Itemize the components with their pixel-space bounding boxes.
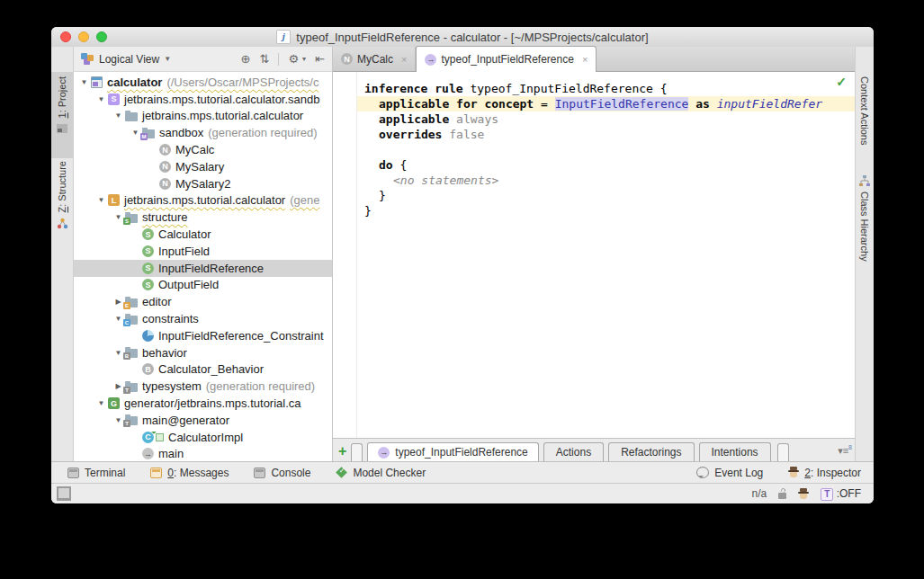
toolbar-button-terminal[interactable]: Terminal — [67, 467, 125, 479]
editor-tab-label: typeof_InputFieldReference — [441, 53, 573, 66]
left-tool-stripe: 1: Project Z: Structure — [51, 47, 74, 461]
tree-item[interactable]: ▼Ggenerator/jetbrains.mps.tutorial.ca — [74, 395, 332, 412]
aspect-tab-active[interactable]: → typeof_InputFieldReference — [367, 442, 538, 461]
tree-item[interactable]: NMyCalc — [74, 141, 332, 158]
expanded-arrow-icon[interactable]: ▼ — [94, 196, 108, 204]
tree-item-label: MySalary2 — [175, 177, 230, 191]
editor-tab-mycalc[interactable]: N MyCalc × — [333, 47, 416, 71]
aspect-tab-intentions[interactable]: Intentions — [699, 442, 771, 461]
tree-item[interactable]: InputFieldReference_Constraint — [74, 327, 332, 344]
tool-window-toggle-icon[interactable] — [57, 486, 71, 501]
code-area[interactable]: inference rule typeof_InputFieldReferenc… — [333, 72, 855, 218]
constraint-node-icon — [142, 330, 154, 342]
chevron-down-icon[interactable]: ▼ — [164, 55, 171, 63]
gear-icon[interactable]: ⚙ — [288, 52, 299, 66]
expanded-arrow-icon[interactable]: ▼ — [77, 78, 91, 86]
event-log-icon — [696, 467, 709, 478]
tree-item[interactable]: CCalculatorImpl — [74, 429, 332, 446]
editor-tab-typeof-inputfieldreference[interactable]: → typeof_InputFieldReference × — [416, 46, 597, 72]
structure-tool-icon — [57, 218, 68, 229]
view-selector[interactable]: Logical View — [99, 53, 159, 66]
code-token: overrides — [379, 128, 449, 141]
main-arrow-icon: → — [142, 448, 154, 459]
titlebar[interactable]: j typeof_InputFieldReference - calculato… — [51, 27, 874, 48]
tree-item[interactable]: ▼Sstructure — [74, 209, 332, 226]
tree-item[interactable]: →main — [74, 446, 332, 461]
tool-tab-class-hierarchy[interactable]: Class Hierarchy — [856, 171, 874, 266]
code-line[interactable]: do { — [357, 157, 855, 173]
code-token: false — [449, 128, 484, 141]
tool-tab-context-actions-label: Context Actions — [859, 76, 870, 145]
tree-item[interactable]: SCalculator — [74, 226, 332, 243]
hide-panel-icon[interactable]: ⇤ — [315, 52, 325, 66]
aspect-tab-actions[interactable]: Actions — [543, 442, 604, 461]
code-line[interactable]: applicable for concept = InputFieldRefer… — [357, 96, 855, 111]
traffic-lights — [60, 31, 107, 42]
code-line[interactable]: overrides false — [357, 127, 855, 142]
collapse-all-icon[interactable]: ⇅ — [260, 52, 270, 66]
zoom-button[interactable] — [96, 31, 107, 42]
toolbar-button-messages[interactable]: 0: Messages — [150, 467, 229, 479]
code-line[interactable]: <no statements> — [357, 173, 855, 188]
model-typesystem-icon: T — [125, 416, 138, 425]
tree-item[interactable]: NMySalary — [74, 158, 332, 175]
code-token: = — [541, 97, 555, 111]
tree-item[interactable]: ▼calculator(/Users/Oscar/MPSProjects/c — [74, 74, 332, 91]
tree-item[interactable]: ▶Eeditor — [74, 293, 332, 310]
window-title-group: j typeof_InputFieldReference - calculato… — [276, 30, 648, 44]
code-line[interactable]: applicable always — [357, 111, 855, 127]
tree-item[interactable]: ▼Msandbox(generation required) — [74, 124, 332, 141]
toolbar-button-event-log[interactable]: Event Log — [696, 467, 763, 479]
tool-tab-project[interactable]: 1: Project — [51, 72, 73, 158]
tree-item[interactable]: ▼Sjetbrains.mps.tutorial.calculator.sand… — [74, 91, 332, 108]
editor-pane[interactable]: inference rule typeof_InputFieldReferenc… — [333, 72, 855, 438]
close-icon[interactable]: × — [401, 54, 407, 65]
aspect-tab-refactorings[interactable]: Refactorings — [608, 442, 694, 461]
tab-list-icon[interactable]: ▾≡8 — [838, 444, 852, 457]
tree-item[interactable]: NMySalary2 — [74, 175, 332, 192]
tree-item[interactable]: ▼Bbehavior — [74, 344, 332, 361]
typesystem-toggle[interactable]: T :OFF — [821, 487, 861, 501]
status-bar: n/a T :OFF — [51, 483, 874, 503]
tree-item[interactable]: ▼Tmain@generator — [74, 412, 332, 429]
locate-icon[interactable]: ⊕ — [241, 52, 251, 66]
code-line[interactable] — [357, 142, 855, 157]
concept-icon: S — [142, 245, 154, 257]
add-aspect-button[interactable]: + — [338, 444, 346, 459]
tree-item[interactable]: SOutputField — [74, 277, 332, 294]
expanded-arrow-icon[interactable]: ▼ — [94, 399, 108, 407]
folder-icon — [125, 112, 138, 121]
code-line[interactable]: } — [357, 188, 855, 203]
tree-item-label: InputFieldReference — [158, 262, 264, 275]
generator-icon: G — [108, 397, 120, 409]
hector-icon[interactable] — [798, 488, 809, 500]
node-icon: N — [159, 144, 171, 156]
code-token: } — [364, 204, 372, 218]
code-line[interactable]: inference rule typeof_InputFieldReferenc… — [357, 81, 855, 96]
toolbar-button-label: 2: Inspector — [804, 467, 861, 479]
tree-item-label: jetbrains.mps.tutorial.calculator — [124, 193, 285, 207]
tree-item-label: OutputField — [158, 278, 219, 291]
toolbar-button-console[interactable]: Console — [254, 467, 310, 479]
tool-tab-structure[interactable]: Z: Structure — [51, 156, 73, 234]
tree-item[interactable]: ▶Ttypesystem(generation required) — [74, 378, 332, 395]
terminal-icon — [67, 468, 79, 478]
tree-item[interactable]: ▼Cconstraints — [74, 310, 332, 327]
minimize-button[interactable] — [78, 31, 89, 42]
toolbar-button-model-checker[interactable]: ✓ Model Checker — [336, 467, 426, 479]
toolbar-button-inspector[interactable]: 2: Inspector — [788, 467, 861, 479]
tree-item[interactable]: SInputField — [74, 243, 332, 260]
tree-item[interactable]: BCalculator_Behavior — [74, 361, 332, 379]
expanded-arrow-icon[interactable]: ▼ — [112, 111, 125, 120]
close-icon[interactable]: × — [582, 54, 588, 65]
unlock-icon[interactable] — [778, 493, 786, 499]
code-line[interactable]: } — [357, 203, 855, 218]
expanded-arrow-icon[interactable]: ▼ — [94, 95, 108, 103]
concept-icon: S — [142, 279, 154, 290]
tree-item[interactable]: ▼Ljetbrains.mps.tutorial.calculator(gene — [74, 192, 332, 209]
tree-item[interactable]: SInputFieldReference — [74, 260, 332, 277]
tree-item-label: sandbox — [159, 126, 203, 139]
tree-item[interactable]: ▼jetbrains.mps.tutorial.calculator — [74, 108, 332, 125]
close-button[interactable] — [60, 31, 71, 42]
tool-tab-context-actions[interactable]: Context Actions — [856, 72, 874, 149]
